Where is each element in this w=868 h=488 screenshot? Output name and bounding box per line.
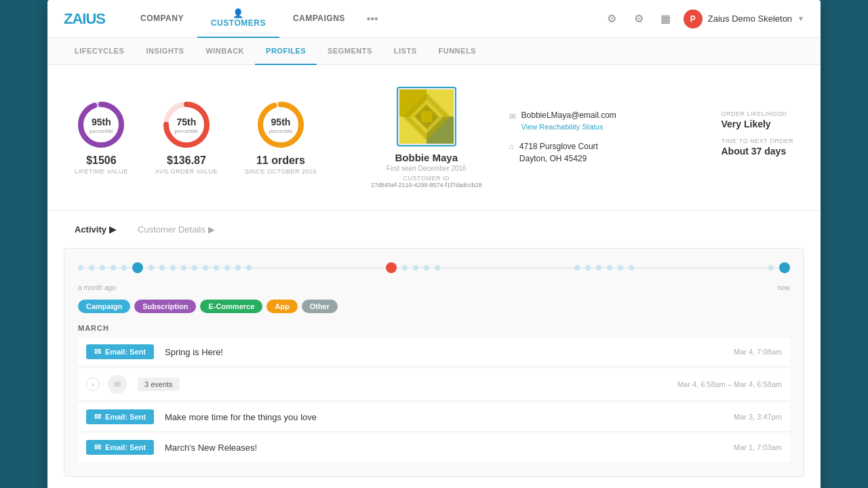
envelope-icon: ✉: [114, 380, 121, 389]
location-icon: ⌂: [509, 142, 514, 151]
sub-nav: LIFECYCLES INSIGHTS WINBACK PROFILES SEG…: [47, 38, 821, 65]
tdot-17: [413, 265, 418, 270]
tab-customer-details[interactable]: Customer Details ▶: [138, 224, 215, 235]
user-badge[interactable]: P Zaius Demo Skeleton ▼: [684, 9, 804, 28]
activity-icon-2: ✉: [108, 375, 127, 394]
sub-nav-insights[interactable]: INSIGHTS: [135, 38, 195, 65]
tdot-13: [224, 265, 230, 270]
activity-tabs: Activity ▶ Customer Details ▶: [64, 224, 804, 235]
contact-email: BobbieLMaya@email.com: [521, 110, 616, 120]
tdot-6: [149, 265, 154, 270]
chevron-down-icon: ▼: [797, 15, 804, 22]
tdot-15: [246, 265, 252, 270]
percentile-text-avg: percentile: [175, 128, 199, 134]
email-icon-1: ✉: [94, 347, 101, 357]
tdot-20: [574, 265, 580, 270]
chart-icon[interactable]: ▦: [656, 9, 675, 28]
logo[interactable]: ZAIUS: [64, 10, 105, 28]
activity-tab-label: Activity: [75, 224, 106, 235]
time-to-order-value: About 37 days: [721, 146, 793, 157]
order-likelihood-section: ORDER LIKELIHOOD Very Likely: [721, 110, 793, 129]
nav-item-company[interactable]: COMPANY: [127, 0, 197, 38]
donut-lifetime-value: 95th percentile: [77, 100, 125, 149]
tab-activity[interactable]: Activity ▶: [75, 224, 116, 235]
nav-right: ⚙ ⚙ ▦ P Zaius Demo Skeleton ▼: [602, 9, 804, 28]
profile-quilt: [399, 89, 454, 144]
percentile-text-orders: percentile: [269, 128, 293, 134]
tdot-19: [435, 265, 440, 270]
activity-row-2: › ✉ 3 events Mar 4, 6:58am – Mar 4, 6:58…: [78, 368, 790, 401]
nav-more-dots[interactable]: •••: [359, 13, 387, 25]
donut-orders: 95th percentile: [256, 100, 305, 149]
avg-order-amount: $136.87: [167, 155, 206, 167]
sub-nav-winback[interactable]: WINBACK: [195, 38, 255, 65]
lifetime-value-label: LIFETIME VALUE: [75, 168, 128, 175]
tdot-7: [159, 265, 165, 270]
sub-nav-funnels[interactable]: FUNNELS: [428, 38, 487, 65]
lifetime-value-amount: $1506: [86, 155, 117, 167]
tag-campaign[interactable]: Campaign: [78, 300, 130, 313]
activity-row-1: ✉ Email: Sent Spring is Here! Mar 4, 7:0…: [78, 338, 790, 367]
profile-header: 95th percentile $1506 LIFETIME VALUE 75t…: [47, 65, 821, 211]
profile-avatar: [397, 87, 456, 146]
settings-icon-2[interactable]: ⚙: [629, 9, 648, 28]
tdot-5: [121, 265, 127, 270]
sub-nav-lifecycles[interactable]: LIFECYCLES: [64, 38, 135, 65]
metric-orders: 95th percentile 11 orders SINCE OCTOBER …: [245, 100, 317, 175]
settings-icon-1[interactable]: ⚙: [602, 9, 621, 28]
email-sent-badge-1: ✉ Email: Sent: [86, 344, 154, 359]
time-to-order-label: TIME TO NEXT ORDER: [721, 138, 793, 144]
sub-nav-segments[interactable]: SEGMENTS: [317, 38, 383, 65]
profile-id-label: CUSTOMER ID: [403, 175, 450, 182]
tdot-14: [235, 265, 241, 270]
reachability-link[interactable]: View Reachability Status: [521, 123, 604, 131]
user-name: Zaius Demo Skeleton: [708, 14, 792, 24]
activity-desc-4: March's New Releases!: [165, 443, 734, 453]
activity-time-4: Mar 1, 7:03am: [734, 443, 782, 451]
tdot-3: [100, 265, 105, 270]
sub-nav-profiles[interactable]: PROFILES: [255, 38, 317, 65]
donut-avg-order: 75th percentile: [162, 100, 211, 149]
expand-btn-2[interactable]: ›: [86, 378, 100, 391]
nav-item-campaigns[interactable]: CAMPAIGNS: [279, 0, 359, 38]
nav-item-customers[interactable]: 👤 CUSTOMERS: [197, 0, 279, 38]
tag-ecommerce[interactable]: E-Commerce: [200, 300, 262, 313]
tdot-dark: [779, 262, 790, 273]
address-line2: Dayton, OH 45429: [519, 152, 598, 165]
activity-row-4: ✉ Email: Sent March's New Releases! Mar …: [78, 433, 790, 462]
svg-rect-13: [421, 111, 432, 122]
percentile-num-orders: 95th: [271, 117, 291, 127]
nav-items: COMPANY 👤 CUSTOMERS CAMPAIGNS •••: [127, 0, 602, 38]
orders-label: SINCE OCTOBER 2016: [245, 168, 317, 175]
timeline-dots: [78, 262, 790, 273]
tag-subscription[interactable]: Subscription: [134, 300, 196, 313]
customer-details-tab-label: Customer Details: [138, 224, 205, 235]
activity-desc-3: Make more time for the things you love: [165, 412, 734, 422]
order-likelihood-value: Very Likely: [721, 119, 793, 129]
address-line1: 4718 Pursglove Court: [519, 140, 598, 152]
email-icon: ✉: [509, 112, 516, 121]
donut-label-avg: 75th percentile: [175, 116, 199, 134]
profile-contact: ✉ BobbieLMaya@email.com View Reachabilit…: [509, 110, 616, 165]
user-initial: P: [690, 14, 696, 24]
sub-nav-lists[interactable]: LISTS: [383, 38, 428, 65]
activity-time-2: Mar 4, 6:58am – Mar 4, 6:58am: [677, 380, 782, 388]
badge-label-3: Email: Sent: [105, 413, 146, 421]
activity-section: Activity ▶ Customer Details ▶: [47, 211, 821, 488]
email-sent-badge-3: ✉ Email: Sent: [86, 409, 154, 424]
filter-tags: Campaign Subscription E-Commerce App Oth…: [78, 300, 790, 313]
metric-lifetime-value: 95th percentile $1506 LIFETIME VALUE: [75, 100, 128, 175]
avg-order-label: AVG ORDER VALUE: [155, 168, 218, 175]
tdot-12: [214, 265, 219, 270]
tag-other[interactable]: Other: [302, 300, 338, 313]
profile-id: 27d845ef-2110-4298-8574-f1f7dadccb28: [371, 182, 482, 188]
contact-email-row: ✉ BobbieLMaya@email.com View Reachabilit…: [509, 110, 616, 132]
customer-details-tab-icon: ▶: [208, 224, 215, 235]
tag-app[interactable]: App: [267, 300, 297, 313]
timeline-end-label: now: [778, 284, 790, 291]
order-likelihood-label: ORDER LIKELIHOOD: [721, 110, 793, 117]
contact-address-row: ⌂ 4718 Pursglove Court Dayton, OH 45429: [509, 140, 616, 165]
profile-first-seen: First seen December 2016: [387, 165, 467, 172]
tdot-large-1: [132, 262, 143, 273]
time-to-order-section: TIME TO NEXT ORDER About 37 days: [721, 138, 793, 157]
